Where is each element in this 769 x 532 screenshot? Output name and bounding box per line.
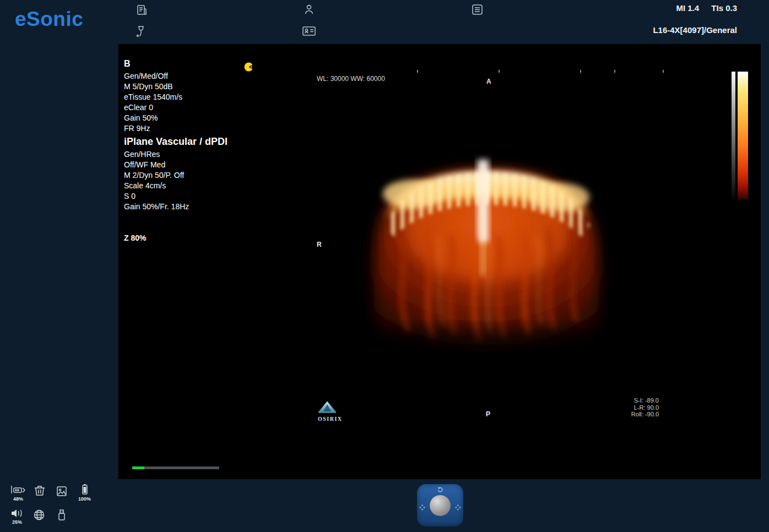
doppler-param-block: iPlane Vascular / dPDI Gen/HRes Off/WF M… — [124, 137, 228, 212]
b-param: Gain 50% — [124, 113, 182, 123]
doppler-mode-label: iPlane Vascular / dPDI — [124, 137, 228, 147]
cine-progress-fill — [132, 466, 144, 469]
b-param: eTissue 1540m/s — [124, 92, 182, 102]
doppler-param: Gain 50%/Fr. 18Hz — [124, 202, 228, 212]
patient-id-icon[interactable] — [302, 25, 316, 37]
doppler-param: Off/WF Med — [124, 160, 228, 170]
angle-lr: L-R: 90.0 — [601, 404, 659, 411]
rotation-angles-block: S-I: -89.0 L-R: 90.0 Roll: -90.0 — [601, 397, 659, 418]
osirix-label: OSIRIX — [318, 416, 343, 422]
probe-charge-value: 48% — [10, 496, 26, 502]
probe-select-icon[interactable] — [134, 25, 148, 38]
mi-value: MI 1.4 — [676, 3, 699, 13]
scale-tick — [417, 70, 418, 73]
pan-left-icon[interactable] — [419, 503, 425, 513]
scale-tick — [663, 70, 664, 73]
angle-roll: Roll: -90.0 — [601, 411, 659, 418]
zoom-label: Z 80% — [124, 233, 146, 243]
ultrasound-app-window: eSonic MI 1.4 TIs 0.3 L16-4X[4097]/Gener… — [0, 0, 769, 532]
gallery-button[interactable] — [56, 486, 67, 497]
probe-orientation-marker-icon — [244, 62, 253, 74]
usb-icon — [57, 509, 66, 521]
window-level-label: WL: 30000 WW: 60000 — [317, 74, 385, 84]
osirix-pyramid-icon — [318, 401, 337, 414]
angle-si: S-I: -89.0 — [601, 397, 659, 404]
doppler-param: Gen/HRes — [124, 149, 228, 160]
probe-preset-label[interactable]: L16-4X[4097]/General — [653, 25, 737, 35]
cleanup-button[interactable] — [33, 485, 46, 497]
volume-value: 25% — [10, 519, 24, 525]
b-mode-label: B — [124, 58, 182, 69]
b-mode-param-block: B Gen/Med/Off M 5/Dyn 50dB eTissue 1540m… — [124, 58, 182, 134]
orientation-anterior: A — [486, 77, 491, 87]
osirix-watermark: OSIRIX — [318, 401, 343, 422]
trash-icon — [33, 485, 46, 497]
orientation-right: R — [317, 240, 322, 250]
scale-tick — [614, 70, 615, 73]
trackball-ball[interactable] — [430, 495, 451, 516]
trackball-widget[interactable] — [417, 484, 463, 526]
worklist-icon[interactable] — [471, 3, 484, 16]
probe-battery-status[interactable]: 48% — [10, 485, 26, 502]
usb-status[interactable] — [57, 509, 66, 521]
volume-status[interactable]: 25% — [10, 508, 24, 525]
rotate-icon[interactable] — [437, 485, 443, 495]
pan-right-icon[interactable] — [455, 503, 461, 513]
acoustic-indices: MI 1.4 TIs 0.3 — [676, 3, 737, 13]
b-param: M 5/Dyn 50dB — [124, 82, 182, 92]
doppler-colorbar — [738, 72, 748, 199]
doppler-param: S 0 — [124, 191, 228, 202]
exam-report-icon[interactable] — [136, 4, 148, 16]
wireless-probe-icon — [10, 485, 26, 496]
battery-icon — [79, 484, 91, 496]
cine-progress-bar[interactable] — [132, 466, 219, 469]
doppler-param: Scale 4cm/s — [124, 181, 228, 191]
speaker-icon — [10, 508, 24, 519]
b-param: FR 9Hz — [124, 123, 182, 134]
esonic-logo: eSonic — [15, 8, 83, 31]
tis-value: TIs 0.3 — [711, 3, 737, 13]
b-param: eClear 0 — [124, 102, 182, 113]
globe-icon — [33, 509, 45, 521]
vascular-render-image — [361, 154, 614, 355]
orientation-posterior: P — [486, 409, 490, 420]
ultrasound-display[interactable]: B Gen/Med/Off M 5/Dyn 50dB eTissue 1540m… — [118, 44, 761, 479]
scale-tick — [499, 70, 500, 73]
network-status[interactable] — [33, 509, 45, 521]
doppler-param: M 2/Dyn 50/P. Off — [124, 170, 228, 181]
patient-icon[interactable] — [302, 3, 316, 16]
grayscale-colorbar — [732, 72, 735, 199]
b-param: Gen/Med/Off — [124, 71, 182, 82]
battery-value: 100% — [78, 496, 91, 502]
image-icon — [56, 486, 67, 497]
system-battery-status[interactable]: 100% — [78, 484, 91, 502]
scale-tick — [580, 70, 581, 73]
